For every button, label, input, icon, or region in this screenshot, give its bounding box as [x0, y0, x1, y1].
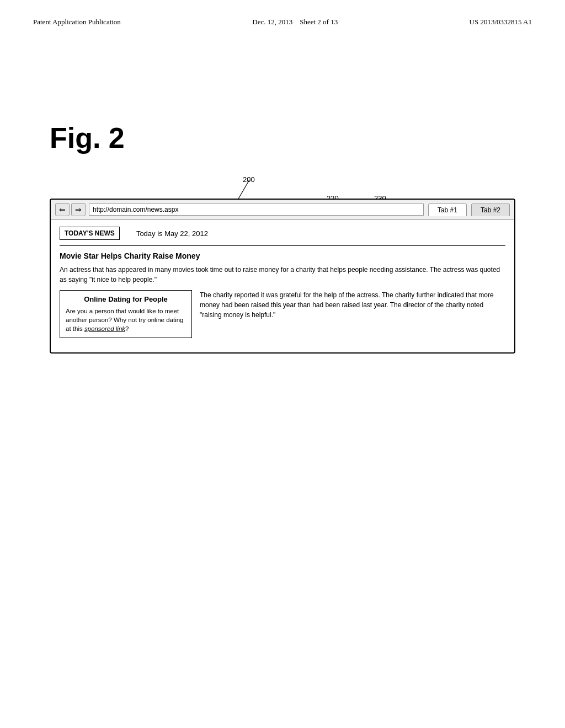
nav-buttons: ⇐ ⇒ — [55, 203, 86, 216]
figure-label: Fig. 2 — [50, 121, 125, 154]
browser-diagram: ⇐ ⇒ Tab #1 Tab #2 TODAY'S NEWS Today is … — [50, 199, 515, 354]
header-left: Patent Application Publication — [33, 18, 121, 26]
tab-1[interactable]: Tab #1 — [428, 204, 467, 216]
header-right: US 2013/0332815 A1 — [470, 18, 532, 26]
separator — [60, 245, 505, 246]
article-body-1: An actress that has appeared in many mov… — [60, 265, 505, 285]
url-bar[interactable] — [89, 204, 424, 216]
news-badge: TODAY'S NEWS — [60, 227, 120, 240]
ad-box: Online Dating for People Are you a perso… — [60, 290, 192, 338]
header-center: Dec. 12, 2013 Sheet 2 of 13 — [252, 18, 338, 26]
browser-toolbar: ⇐ ⇒ Tab #1 Tab #2 — [51, 200, 514, 220]
tab-2[interactable]: Tab #2 — [471, 204, 510, 216]
back-button[interactable]: ⇐ — [55, 203, 70, 216]
page-header: Patent Application Publication Dec. 12, … — [33, 18, 532, 26]
ad-title: Online Dating for People — [66, 295, 186, 303]
forward-button[interactable]: ⇒ — [71, 203, 86, 216]
ad-body-text-2: ? — [125, 325, 129, 332]
ad-and-continuation: Online Dating for People Are you a perso… — [60, 290, 505, 344]
ref-200: 200 — [243, 175, 255, 184]
ad-body: Are you a person that would like to meet… — [66, 307, 186, 333]
browser-content: TODAY'S NEWS Today is May 22, 2012 Movie… — [51, 220, 514, 352]
news-header: TODAY'S NEWS Today is May 22, 2012 — [60, 227, 505, 240]
callout-arrows — [0, 0, 565, 728]
article-headline: Movie Star Helps Charity Raise Money — [60, 251, 505, 260]
sponsored-link[interactable]: sponsored link — [84, 325, 125, 332]
news-date: Today is May 22, 2012 — [136, 229, 208, 238]
